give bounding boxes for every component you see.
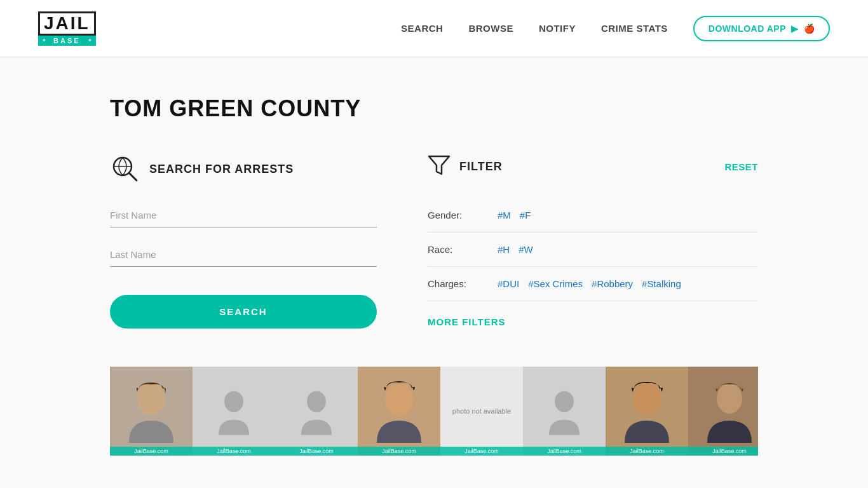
race-label: Race:: [428, 244, 485, 255]
header: JAIL ✦ BASE ✦ SEARCH BROWSE NOTIFY CRIME…: [0, 0, 868, 57]
svg-point-6: [307, 391, 326, 412]
gender-label: Gender:: [428, 210, 485, 220]
filter-header: FILTER RESET: [428, 154, 758, 179]
first-name-input[interactable]: [110, 203, 377, 227]
logo-star-right: ✦: [88, 37, 92, 43]
mugshot-item[interactable]: JailBase.com: [110, 367, 193, 456]
logo-jail-text: JAIL: [44, 15, 90, 32]
mugshot-item[interactable]: JailBase.com: [606, 367, 688, 456]
no-photo-text: photo not available: [452, 407, 511, 415]
mugshot-label: JailBase.com: [606, 447, 688, 456]
mugshot-placeholder-icon: [215, 386, 253, 437]
mugshot-item[interactable]: JailBase.com: [688, 367, 758, 456]
nav-crime-stats[interactable]: CRIME STATS: [601, 23, 668, 34]
race-tag-h[interactable]: #H: [498, 244, 510, 255]
charge-tag-sex-crimes[interactable]: #Sex Crimes: [528, 278, 583, 289]
svg-point-8: [555, 391, 574, 412]
filter-section: FILTER RESET Gender: #M #F Race: #H #W: [428, 154, 758, 329]
mugshot-label: JailBase.com: [110, 447, 193, 456]
mugshot-item[interactable]: photo not available JailBase.com: [440, 367, 523, 456]
mugshot-label: JailBase.com: [358, 447, 440, 456]
charges-filter-row: Charges: #DUI #Sex Crimes #Robbery #Stal…: [428, 267, 758, 301]
svg-point-4: [137, 382, 165, 415]
mugshot-person-icon: [374, 379, 424, 443]
mugshot-item[interactable]: JailBase.com: [358, 367, 440, 456]
search-section: SEARCH FOR ARRESTS SEARCH: [110, 154, 377, 329]
download-app-button[interactable]: DOWNLOAD APP ▶ 🍎: [693, 16, 830, 41]
content-row: SEARCH FOR ARRESTS SEARCH: [110, 154, 758, 329]
last-name-input[interactable]: [110, 243, 377, 267]
reset-button[interactable]: RESET: [724, 161, 758, 172]
charge-tag-stalking[interactable]: #Stalking: [642, 278, 681, 289]
filter-icon-wrap: [428, 154, 451, 179]
search-arrests-icon: [110, 154, 140, 184]
charges-tags: #DUI #Sex Crimes #Robbery #Stalking: [498, 278, 681, 289]
mugshot-item[interactable]: JailBase.com: [275, 367, 358, 456]
search-section-title: SEARCH FOR ARRESTS: [149, 163, 294, 176]
page-title: TOM GREEN COUNTY: [110, 95, 758, 122]
no-photo-box: photo not available: [440, 367, 523, 456]
mugshot-item[interactable]: JailBase.com: [523, 367, 606, 456]
svg-point-5: [224, 391, 243, 412]
race-tag-w[interactable]: #W: [519, 244, 533, 255]
filter-section-title: FILTER: [459, 160, 503, 173]
mugshot-placeholder-icon: [545, 386, 583, 437]
mugshot-person-icon: [621, 379, 672, 443]
filter-funnel-icon: [428, 154, 451, 177]
nav-search[interactable]: SEARCH: [401, 23, 443, 34]
more-filters-link[interactable]: MORE FILTERS: [428, 316, 506, 327]
gender-tag-f[interactable]: #F: [520, 210, 531, 220]
mugshot-person-icon: [704, 379, 755, 443]
logo-star-left: ✦: [42, 37, 46, 43]
charge-tag-dui[interactable]: #DUI: [498, 278, 519, 289]
gender-tags: #M #F: [498, 210, 531, 220]
apple-icon: 🍎: [804, 24, 815, 34]
mugshot-label: JailBase.com: [193, 447, 275, 456]
nav-notify[interactable]: NOTIFY: [539, 23, 576, 34]
mugshot-item[interactable]: JailBase.com: [193, 367, 275, 456]
mugshot-label: JailBase.com: [440, 447, 523, 456]
svg-point-10: [717, 383, 742, 414]
nav-browse[interactable]: BROWSE: [468, 23, 513, 34]
filter-title-wrap: FILTER: [428, 154, 503, 179]
download-app-label: DOWNLOAD APP: [709, 24, 786, 34]
search-button[interactable]: SEARCH: [110, 295, 377, 329]
main-content: TOM GREEN COUNTY SEARCH FOR: [85, 57, 783, 456]
play-icon: ▶: [791, 24, 799, 34]
mugshot-placeholder-icon: [297, 386, 336, 437]
search-icon-svg: [110, 154, 140, 184]
mugshot-person-icon: [126, 379, 177, 443]
gender-tag-m[interactable]: #M: [498, 210, 511, 220]
mugshots-row: JailBase.com JailBase.com: [110, 367, 758, 456]
svg-point-7: [385, 383, 413, 416]
mugshot-label: JailBase.com: [523, 447, 606, 456]
logo[interactable]: JAIL ✦ BASE ✦: [38, 11, 96, 46]
search-section-header: SEARCH FOR ARRESTS: [110, 154, 377, 184]
mugshot-label: JailBase.com: [275, 447, 358, 456]
svg-point-9: [633, 382, 661, 415]
mugshot-label: JailBase.com: [688, 447, 758, 456]
svg-marker-3: [429, 156, 449, 174]
svg-line-2: [129, 173, 137, 180]
last-name-group: [110, 243, 377, 267]
race-filter-row: Race: #H #W: [428, 233, 758, 267]
gender-filter-row: Gender: #M #F: [428, 198, 758, 233]
main-nav: SEARCH BROWSE NOTIFY CRIME STATS DOWNLOA…: [401, 16, 830, 41]
first-name-group: [110, 203, 377, 227]
race-tags: #H #W: [498, 244, 533, 255]
charges-label: Charges:: [428, 278, 485, 289]
mugshots-section: JailBase.com JailBase.com: [110, 367, 758, 456]
logo-base-text: BASE: [53, 37, 81, 44]
charge-tag-robbery[interactable]: #Robbery: [592, 278, 633, 289]
